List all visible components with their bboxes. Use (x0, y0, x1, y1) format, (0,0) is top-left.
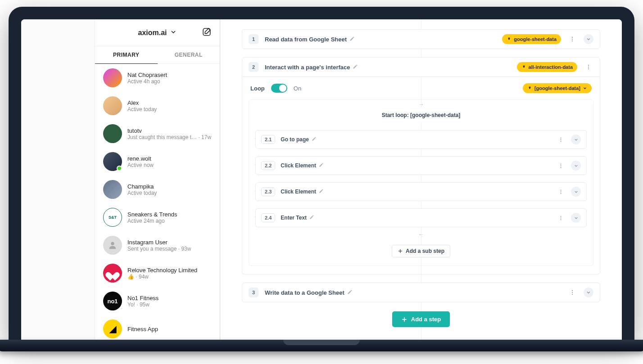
substep-card[interactable]: 2.3 Click Element (255, 182, 587, 201)
loop-start-label: Start loop: [google-sheet-data] (255, 108, 587, 123)
dm-item[interactable]: no1 No1 Fitness Yo! · 95w (95, 287, 220, 315)
more-icon[interactable] (584, 62, 593, 72)
avatar (103, 96, 122, 115)
svg-point-12 (560, 165, 561, 166)
substep-card[interactable]: 2.4 Enter Text (255, 208, 587, 227)
step-title: Read data from Google Sheet (265, 36, 355, 43)
avatar (103, 180, 122, 199)
svg-point-19 (560, 219, 561, 220)
account-name: axiom.ai (138, 29, 167, 37)
dm-status: Active 24m ago (127, 218, 212, 224)
loop-data-selector[interactable]: [google-sheet-data] (523, 83, 592, 93)
dm-item[interactable]: Relove Technology Limited 👍 · 94w (95, 259, 220, 287)
loop-label: Loop (250, 85, 265, 92)
dm-tabs: PRIMARY GENERAL (95, 46, 220, 64)
dm-status: Yo! · 95w (127, 301, 212, 308)
substep-number: 2.1 (261, 135, 275, 144)
laptop-mockup: axiom.ai PRIMARY GENERAL (9, 7, 634, 351)
expand-icon[interactable] (571, 161, 581, 171)
svg-point-7 (588, 68, 589, 69)
dm-item[interactable]: rene.wolt Active now (95, 148, 220, 175)
step-title: Write data to a Google Sheet (265, 289, 353, 296)
step-card-3[interactable]: 3 Write data to a Google Sheet (242, 283, 600, 302)
workflow-builder: 1 Read data from Google Sheet google-she… (220, 19, 622, 340)
svg-point-13 (560, 167, 561, 168)
expand-icon[interactable] (571, 213, 581, 223)
add-step-button[interactable]: Add a step (392, 311, 450, 327)
data-badge[interactable]: all-interaction-data (517, 62, 577, 72)
dm-name: Champika (127, 183, 212, 190)
dm-item[interactable]: Nat Choprasert Active 4h ago (95, 64, 220, 92)
more-icon[interactable] (567, 288, 577, 297)
dm-name: Sneakers & Trends (127, 211, 212, 218)
laptop-base (0, 340, 643, 351)
plug-icon (507, 37, 512, 42)
more-icon[interactable] (556, 135, 566, 144)
substep-number: 2.4 (261, 213, 275, 222)
svg-point-22 (572, 290, 573, 291)
edit-icon[interactable] (309, 215, 314, 221)
step-title: Interact with a page's interface (265, 64, 358, 71)
edit-icon[interactable] (319, 162, 324, 169)
arrow-left-icon: ← (255, 231, 587, 238)
dm-item[interactable]: ◢ Fitness App (95, 315, 220, 340)
data-badge[interactable]: google-sheet-data (502, 34, 561, 44)
expand-icon[interactable] (584, 34, 593, 44)
step-card-1[interactable]: 1 Read data from Google Sheet google-she… (242, 29, 600, 49)
edit-icon[interactable] (319, 189, 324, 195)
expand-icon[interactable] (584, 288, 593, 297)
substep-card[interactable]: 2.2 Click Element (255, 156, 587, 175)
loop-state: On (294, 85, 301, 92)
dm-status: Active 4h ago (127, 78, 212, 85)
dm-item[interactable]: Champika Active today (95, 175, 220, 203)
tab-general[interactable]: GENERAL (158, 46, 220, 63)
substeps-container: → Start loop: [google-sheet-data] ↑ 2.1 … (249, 99, 593, 266)
dm-status: Active today (127, 190, 212, 196)
svg-point-18 (560, 217, 561, 218)
dm-name: Instagram User (127, 239, 212, 246)
expand-icon[interactable] (571, 187, 581, 197)
laptop-notch (283, 340, 360, 345)
dm-status: Active today (127, 106, 212, 112)
dm-item[interactable]: Alex Active today (95, 92, 220, 120)
substep-title: Click Element (281, 189, 324, 195)
heart-icon (107, 268, 118, 279)
dm-name: Relove Technology Limited (127, 267, 212, 274)
tab-primary[interactable]: PRIMARY (95, 46, 158, 64)
edit-icon[interactable] (347, 289, 353, 296)
edit-icon[interactable] (349, 36, 355, 43)
svg-point-24 (572, 294, 573, 295)
svg-point-9 (560, 139, 561, 140)
avatar (103, 68, 122, 87)
more-icon[interactable] (556, 213, 566, 223)
more-icon[interactable] (556, 187, 566, 197)
account-switcher[interactable]: axiom.ai (138, 28, 177, 37)
dm-name: Nat Choprasert (127, 72, 212, 78)
loop-toggle[interactable] (271, 84, 287, 93)
more-icon[interactable] (556, 161, 566, 171)
edit-icon[interactable] (312, 136, 317, 143)
avatar: no1 (103, 292, 122, 310)
dm-item[interactable]: S&T Sneakers & Trends Active 24m ago (95, 203, 220, 231)
chevron-down-icon (170, 28, 177, 37)
dm-item[interactable]: Instagram User Sent you a message · 93w (95, 231, 220, 259)
substep-card[interactable]: 2.1 Go to page (255, 130, 587, 149)
svg-point-5 (588, 65, 589, 66)
svg-point-8 (560, 137, 561, 138)
dm-item[interactable]: tutotv Just caught this message t… · 17w (95, 120, 220, 148)
expand-icon[interactable] (571, 135, 581, 144)
substep-number: 2.3 (261, 187, 275, 196)
dm-name: Fitness App (127, 326, 212, 333)
step-card-2[interactable]: 2 Interact with a page's interface all-i… (242, 57, 600, 77)
compose-icon[interactable] (202, 27, 212, 39)
add-substep-button[interactable]: Add a sub step (392, 245, 450, 257)
substep-title: Go to page (281, 136, 317, 143)
svg-point-17 (560, 216, 561, 216)
plug-icon (527, 86, 532, 91)
edit-icon[interactable] (353, 64, 358, 71)
step-number: 2 (249, 62, 258, 72)
more-icon[interactable] (567, 34, 577, 44)
svg-point-2 (572, 37, 573, 38)
step-body-2: Loop On [google-sheet-data] → Start loop… (242, 77, 600, 274)
avatar (103, 152, 122, 171)
